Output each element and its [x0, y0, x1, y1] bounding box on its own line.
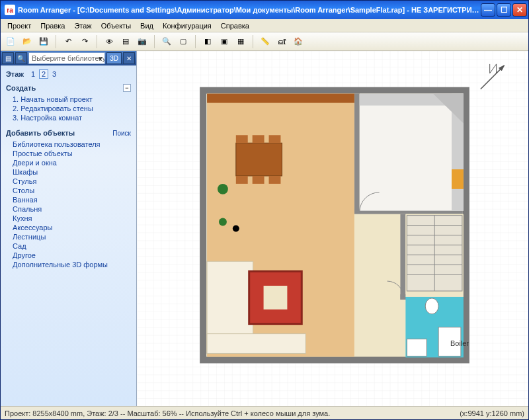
svg-rect-5: [400, 214, 405, 300]
svg-rect-3: [354, 94, 360, 212]
save-button[interactable]: 💾: [36, 34, 51, 49]
boiler-label: Boiler: [450, 339, 469, 347]
zoom-button[interactable]: 🔍: [159, 34, 174, 49]
svg-rect-7: [360, 94, 464, 211]
add-link[interactable]: Двери и окна: [6, 158, 131, 167]
library-icon[interactable]: ▤: [2, 52, 14, 64]
close-button[interactable]: ✕: [512, 3, 527, 17]
svg-rect-22: [207, 334, 305, 354]
svg-point-18: [218, 184, 228, 194]
toolbar: 📄📂💾↶↷👁▤📷🔍▢◧▣▦📏🛋🏠: [1, 32, 528, 51]
menu-проект[interactable]: Проект: [3, 21, 35, 31]
add-link[interactable]: Лестницы: [6, 232, 131, 241]
box-button[interactable]: ▣: [217, 34, 231, 49]
add-link[interactable]: Шкафы: [6, 167, 131, 177]
menu-этаж[interactable]: Этаж: [70, 21, 95, 31]
view-3d-toggle[interactable]: 3D: [106, 52, 122, 64]
toolbar-separator: [154, 35, 155, 48]
toolbar-separator: [56, 35, 56, 48]
sidebar-header: ▤ 🔍 Выберите библиотеку... 3D ✕: [1, 51, 136, 65]
select-button[interactable]: ▢: [176, 34, 190, 49]
add-link[interactable]: Аксессуары: [6, 223, 131, 232]
window-controls: — ☐ ✕: [481, 3, 527, 17]
menu-вид[interactable]: Вид: [136, 21, 157, 31]
open-button[interactable]: 📂: [20, 34, 34, 49]
furniture-button[interactable]: 🛋: [274, 34, 289, 49]
add-section-title: Добавить объекты Поиск: [6, 129, 131, 137]
svg-rect-17: [269, 176, 281, 184]
canvas[interactable]: Boiler: [137, 51, 528, 406]
floor-2[interactable]: 2: [39, 69, 48, 79]
undo-button[interactable]: ↶: [61, 34, 75, 49]
menu-конфигурация[interactable]: Конфигурация: [159, 21, 216, 31]
toolbar-separator: [253, 35, 253, 48]
add-link[interactable]: Библиотека пользователя: [6, 140, 131, 149]
svg-rect-29: [452, 169, 464, 189]
floor-3[interactable]: 3: [50, 69, 59, 79]
add-link[interactable]: Ванная: [6, 195, 131, 204]
svg-rect-14: [269, 135, 281, 143]
create-section-title: Создать −: [6, 84, 131, 92]
measure-button[interactable]: 📏: [258, 34, 272, 49]
create-link[interactable]: 2. Редактировать стены: [6, 104, 131, 113]
statusbar: Проект: 8255x8400 mm, Этаж: 2/3 -- Масшт…: [1, 406, 528, 419]
add-link[interactable]: Другое: [6, 251, 131, 260]
camera-button[interactable]: 📷: [135, 34, 149, 49]
add-title-text: Добавить объекты: [6, 129, 75, 137]
add-link[interactable]: Дополнительные 3D формы: [6, 260, 131, 269]
titlebar: ra Room Arranger - [C:\Documents and Set…: [1, 1, 528, 19]
toolbar-separator: [97, 35, 97, 48]
floor-selector: Этаж 123: [6, 69, 131, 79]
floor-label: Этаж: [6, 70, 24, 78]
status-right: (x:9941 y:1260 mm): [460, 409, 524, 417]
add-link[interactable]: Стулья: [6, 177, 131, 186]
menu-объекты[interactable]: Объекты: [97, 21, 135, 31]
add-link[interactable]: Столы: [6, 186, 131, 195]
search-link[interactable]: Поиск: [112, 130, 131, 137]
create-title-text: Создать: [6, 84, 36, 92]
floor-1[interactable]: 1: [28, 69, 38, 79]
add-link[interactable]: Кухня: [6, 214, 131, 223]
menubar: ПроектПравкаЭтажОбъектыВидКонфигурацияСп…: [1, 19, 528, 32]
close-panel-icon[interactable]: ✕: [123, 52, 135, 64]
toolbar-separator: [195, 35, 196, 48]
minimize-button[interactable]: —: [481, 3, 495, 17]
cube-button[interactable]: ◧: [200, 34, 215, 49]
sidebar: ▤ 🔍 Выберите библиотеку... 3D ✕ Этаж 123…: [1, 51, 137, 406]
add-link[interactable]: Спальня: [6, 204, 131, 214]
layers-button[interactable]: ▤: [118, 34, 133, 49]
svg-rect-13: [253, 135, 264, 143]
redo-button[interactable]: ↷: [77, 34, 92, 49]
search-icon[interactable]: 🔍: [15, 52, 27, 64]
menu-правка[interactable]: Правка: [36, 21, 69, 31]
sidebar-body: Этаж 123 Создать − 1. Начать новый проек…: [1, 65, 136, 406]
status-left: Проект: 8255x8400 mm, Этаж: 2/3 -- Масшт…: [5, 409, 460, 417]
svg-rect-40: [407, 339, 427, 357]
library-dropdown[interactable]: Выберите библиотеку...: [28, 52, 105, 64]
create-link[interactable]: 1. Начать новый проект: [6, 95, 131, 104]
create-link[interactable]: 3. Настройка комнат: [6, 113, 131, 122]
add-link[interactable]: Простые объекты: [6, 149, 131, 158]
svg-point-19: [219, 218, 227, 226]
svg-point-39: [425, 298, 438, 314]
svg-rect-12: [236, 135, 248, 143]
svg-rect-16: [253, 176, 264, 184]
app-icon: ra: [5, 5, 15, 15]
new-button[interactable]: 📄: [3, 34, 18, 49]
svg-rect-25: [207, 94, 354, 103]
window-title: Room Arranger - [C:\Documents and Settin…: [18, 6, 481, 14]
maximize-button[interactable]: ☐: [497, 3, 511, 17]
collapse-icon[interactable]: −: [123, 84, 131, 92]
menu-справка[interactable]: Справка: [217, 21, 253, 31]
wall-button[interactable]: ▦: [233, 34, 248, 49]
main-area: ▤ 🔍 Выберите библиотеку... 3D ✕ Этаж 123…: [1, 51, 528, 406]
view-button[interactable]: 👁: [102, 34, 116, 49]
svg-rect-15: [236, 176, 248, 184]
svg-rect-11: [236, 143, 282, 176]
add-link[interactable]: Сад: [6, 241, 131, 251]
svg-rect-24: [264, 286, 288, 310]
house-button[interactable]: 🏠: [291, 34, 305, 49]
svg-point-20: [233, 226, 239, 232]
